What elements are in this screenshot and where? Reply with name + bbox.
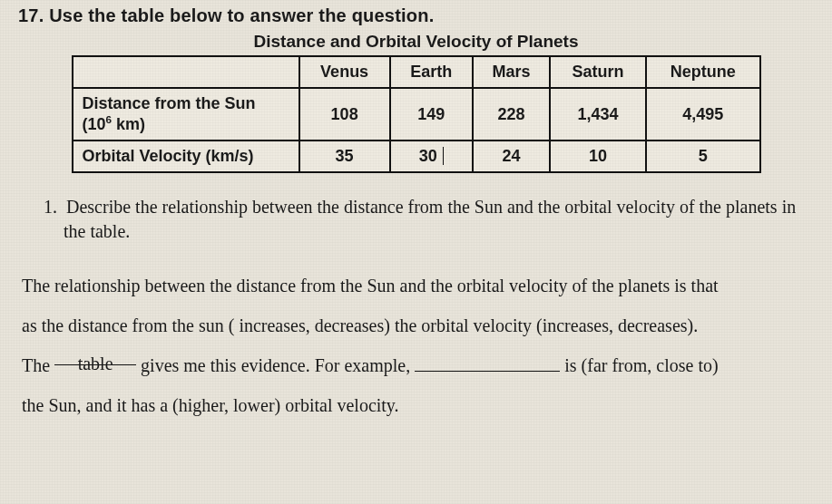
table-row: Orbital Velocity (km/s) 35 30 24 10 5 xyxy=(73,141,760,172)
table-cell-with-cursor[interactable]: 30 xyxy=(390,141,473,172)
blank-example-planet[interactable] xyxy=(415,352,560,372)
table-cell: 228 xyxy=(473,88,551,141)
table-cell: 10 xyxy=(550,141,646,172)
table-cell: 149 xyxy=(390,88,473,141)
table-title: Distance and Orbital Velocity of Planets xyxy=(18,32,814,52)
fill-line-3-mid: gives me this evidence. For example, xyxy=(136,355,415,375)
col-header: Saturn xyxy=(550,56,646,88)
blank-value: table xyxy=(78,354,113,373)
row-label-velocity: Orbital Velocity (km/s) xyxy=(73,141,299,172)
table-cell: 108 xyxy=(299,88,390,141)
row-label-text: Distance from the Sun(106 km) xyxy=(83,94,256,133)
table-cell: 1,434 xyxy=(550,88,646,141)
table-header-empty xyxy=(73,56,299,88)
col-header: Earth xyxy=(390,56,473,88)
text-cursor-icon xyxy=(443,147,444,165)
col-header: Venus xyxy=(299,56,390,88)
table-cell: 4,495 xyxy=(646,88,760,141)
col-header: Neptune xyxy=(646,56,760,88)
fill-line-1: The relationship between the distance fr… xyxy=(22,266,810,305)
sub-question: 1.Describe the relationship between the … xyxy=(44,195,805,244)
cell-value: 30 xyxy=(419,147,437,165)
sub-question-text: Describe the relationship between the di… xyxy=(64,197,796,241)
table-cell: 5 xyxy=(646,141,760,172)
fill-line-3-post: is (far from, close to) xyxy=(560,355,718,375)
table-header-row: Venus Earth Mars Saturn Neptune xyxy=(73,56,760,88)
sub-question-number: 1. xyxy=(44,197,57,217)
blank-evidence-source[interactable]: table xyxy=(54,345,136,365)
fill-line-3-pre: The xyxy=(22,355,54,375)
row-label-distance: Distance from the Sun(106 km) xyxy=(73,88,299,141)
fill-line-3: The table gives me this evidence. For ex… xyxy=(22,345,810,385)
table-row: Distance from the Sun(106 km) 108 149 22… xyxy=(73,88,760,141)
fill-line-2: as the distance from the sun ( increases… xyxy=(22,305,810,345)
data-table: Venus Earth Mars Saturn Neptune Distance… xyxy=(72,55,761,173)
table-cell: 24 xyxy=(473,141,551,172)
col-header: Mars xyxy=(473,56,551,88)
table-cell: 35 xyxy=(299,141,390,172)
fill-line-4: the Sun, and it has a (higher, lower) or… xyxy=(22,385,810,425)
question-heading: 17. Use the table below to answer the qu… xyxy=(18,5,814,26)
